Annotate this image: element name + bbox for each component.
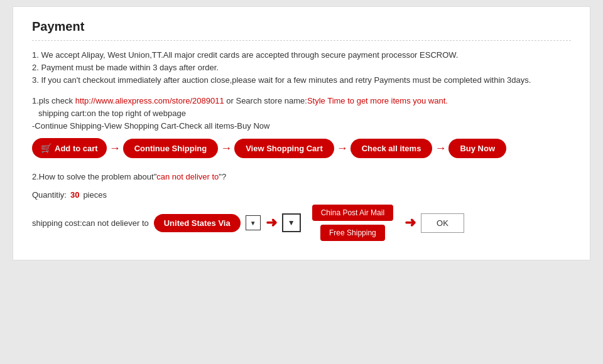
payment-list-item-2: 2. Payment must be made within 3 days af… bbox=[32, 63, 571, 72]
arrow-5: ➜ bbox=[266, 215, 277, 231]
ok-label: OK bbox=[437, 218, 448, 228]
pls-check-middle: or Search store name: bbox=[224, 96, 307, 105]
pls-check-line: 1.pls check http://www.aliexpress.com/st… bbox=[32, 96, 571, 105]
buy-now-button[interactable]: Buy Now bbox=[448, 139, 506, 158]
shipping-cart-note: shipping cart:on the top right of webpag… bbox=[32, 109, 571, 118]
dropdown-1[interactable]: ▼ bbox=[246, 215, 261, 230]
china-post-label: China Post Air Mail bbox=[321, 208, 384, 217]
section2-title: 2.How to solve the problem about"can not… bbox=[32, 172, 571, 181]
view-shopping-cart-button[interactable]: View Shopping Cart bbox=[234, 139, 334, 158]
quantity-number: 30 bbox=[70, 190, 79, 200]
check-all-items-label: Check all items bbox=[362, 144, 421, 153]
dropdown-2-symbol: ▼ bbox=[288, 218, 295, 227]
view-shopping-cart-label: View Shopping Cart bbox=[246, 144, 323, 153]
free-shipping-button[interactable]: Free Shipping bbox=[320, 225, 385, 241]
quantity-line: Quantitiy:30 pieces bbox=[32, 190, 571, 200]
flow-text: -Continue Shipping-View Shopping Cart-Ch… bbox=[32, 121, 571, 131]
store-link[interactable]: http://www.aliexpress.com/store/2089011 bbox=[75, 96, 224, 105]
arrow-1: → bbox=[109, 142, 121, 155]
payment-list: 1. We accept Alipay, West Union,TT.All m… bbox=[32, 50, 571, 85]
us-via-label: United States Via bbox=[164, 218, 231, 228]
arrow-2: → bbox=[220, 142, 232, 155]
store-name-link[interactable]: Style Time to get more items you want. bbox=[307, 96, 448, 105]
shipping-options-group: China Post Air Mail Free Shipping bbox=[312, 205, 393, 241]
check-all-items-button[interactable]: Check all items bbox=[350, 139, 433, 158]
china-post-button[interactable]: China Post Air Mail bbox=[312, 205, 393, 221]
cannot-deliver-link[interactable]: can not deliver to bbox=[156, 172, 219, 181]
dropdown-2[interactable]: ▼ bbox=[282, 213, 301, 232]
buy-now-label: Buy Now bbox=[460, 144, 495, 153]
arrow-6: ➜ bbox=[405, 215, 416, 231]
cart-icon: 🛒 bbox=[41, 143, 52, 153]
page-title: Payment bbox=[32, 19, 571, 41]
main-container: Payment 1. We accept Alipay, West Union,… bbox=[13, 6, 590, 260]
us-via-button[interactable]: United States Via bbox=[154, 214, 241, 232]
dropdown-1-symbol: ▼ bbox=[250, 220, 256, 227]
continue-shipping-label: Continue Shipping bbox=[134, 144, 207, 153]
add-to-cart-label: Add to cart bbox=[55, 144, 98, 153]
payment-list-item-3: 3. If you can't checkout immediately aft… bbox=[32, 75, 571, 85]
quantity-suffix: pieces bbox=[83, 190, 107, 200]
section2-suffix: "? bbox=[219, 172, 226, 181]
pls-check-prefix: 1.pls check bbox=[32, 96, 75, 105]
shipping-cost-line: shipping cost:can not deliever to United… bbox=[32, 205, 571, 241]
ok-button[interactable]: OK bbox=[421, 213, 464, 233]
flow-buttons-row: 🛒 Add to cart → Continue Shipping → View… bbox=[32, 138, 571, 158]
shipping-cost-prefix: shipping cost:can not deliever to bbox=[32, 218, 149, 228]
arrow-3: → bbox=[337, 142, 348, 155]
add-to-cart-button[interactable]: 🛒 Add to cart bbox=[32, 138, 107, 158]
free-shipping-label: Free Shipping bbox=[329, 228, 376, 237]
payment-list-item-1: 1. We accept Alipay, West Union,TT.All m… bbox=[32, 50, 571, 60]
section2-text: 2.How to solve the problem about" bbox=[32, 172, 156, 181]
arrow-4: → bbox=[435, 142, 446, 155]
quantity-prefix: Quantitiy: bbox=[32, 190, 67, 200]
continue-shipping-button[interactable]: Continue Shipping bbox=[123, 139, 219, 158]
